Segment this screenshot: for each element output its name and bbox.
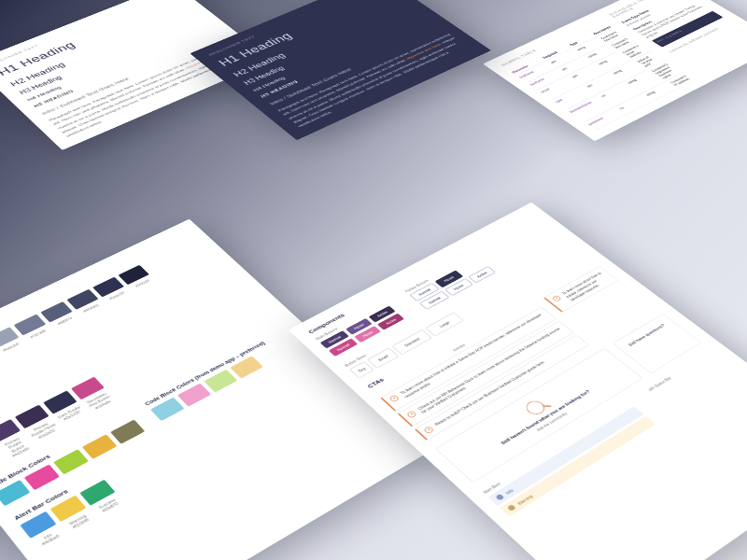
alert-colors-title: Alert Bar Colors <box>13 353 322 522</box>
paragraph-sample: Paragraph text here. Paragraph text here… <box>276 33 472 129</box>
swatch-label: #737a95 <box>25 327 51 341</box>
color-swatch <box>177 384 211 407</box>
components-panel: Components Main Buttons Normal Hover Act… <box>289 203 747 560</box>
size-button-standard[interactable]: Standard <box>391 329 432 356</box>
text-swatches <box>0 264 232 421</box>
parameter-table: Parameter Required Type Description firs… <box>509 24 695 130</box>
secondary-button-normal[interactable]: Normal <box>329 338 358 357</box>
hollow-button-hover-2[interactable]: Hover <box>444 278 472 296</box>
color-swatch <box>0 480 30 506</box>
button-sizes-title: Button Sizes <box>344 242 571 367</box>
cta-text: To learn more about how to initiate a Sa… <box>400 312 549 399</box>
swatch-label: #9aa1b5 <box>0 340 24 354</box>
color-swatch <box>0 327 20 348</box>
hollow-button-normal[interactable]: Normal <box>410 283 441 301</box>
swatch-label: Secondary Pink Button#c94a8c <box>83 390 119 415</box>
alert-info-text: Info <box>504 488 514 496</box>
cta-side-text: To learn more about how to initiate, ref… <box>561 271 612 301</box>
gray-swatches <box>0 239 204 390</box>
desc-text: Description: A customer was created. Tim… <box>637 2 711 39</box>
hollow-buttons-title: Hollow Buttons <box>404 254 476 293</box>
primary-button-normal[interactable]: Normal <box>320 330 349 348</box>
size-button-tiny[interactable]: Tiny <box>349 361 374 379</box>
warning-icon <box>507 504 516 511</box>
hollow-button-normal-2[interactable]: Normal <box>419 291 450 310</box>
paragraph-a: Paragraph text here. Paragraph text here… <box>277 33 451 116</box>
col-description: Description <box>592 25 612 35</box>
size-button-large[interactable]: Large <box>425 312 464 336</box>
hollow-button-hover[interactable]: Hover <box>435 271 463 288</box>
components-title: Components <box>307 213 535 334</box>
tables-panel: NORMAL TABLE Parameter Required Type Des… <box>483 0 747 141</box>
alert-warn-text: Warning <box>515 494 533 506</box>
color-swatch <box>150 398 185 422</box>
typography-panel-dark: PRELOADER TEXT H1 Heading H2 Heading H3 … <box>190 0 491 140</box>
swatch-label: #585f7a <box>52 314 78 328</box>
code-pref-title: Code Block Colors (from demo app – prefe… <box>144 341 266 406</box>
text-colors-title: Text Colors <box>0 258 218 406</box>
grays-title: UI Gray Shades <box>0 232 191 375</box>
breadcrumb: customers.list_verification_documents <box>668 21 733 53</box>
main-buttons-title: Main Buttons <box>315 301 387 341</box>
primary-button-active[interactable]: Active <box>369 306 396 323</box>
preloader-label: PRELOADER TEXT <box>208 0 379 56</box>
preloader-label: PRELOADER TEXT <box>0 0 171 65</box>
primary-button-hover[interactable]: Hover <box>345 318 373 335</box>
swatch-label: #1f2239 <box>130 276 154 289</box>
table-title-expandable: EXPANDABLE TABLE – CODE EXAMPLE <box>608 0 676 18</box>
info-icon <box>495 494 504 501</box>
color-swatch <box>40 301 72 323</box>
notfound-side-card[interactable]: Still have questions? <box>613 314 702 374</box>
bulb-icon <box>405 410 417 418</box>
ctas-title: CTAs <box>366 259 597 389</box>
color-swatch <box>71 377 105 400</box>
color-swatch <box>230 356 263 378</box>
bulb-icon <box>551 295 562 302</box>
color-swatch <box>118 265 149 286</box>
notfound-side-text: Still have questions? <box>627 323 667 348</box>
ctas-subtitle: Articles <box>374 302 539 396</box>
color-swatch <box>66 289 98 310</box>
col-type: Type <box>569 35 590 46</box>
swatch-label: #404661 <box>78 301 104 315</box>
size-button-small[interactable]: Small <box>367 348 399 369</box>
secondary-button-hover[interactable]: Hover <box>354 326 381 343</box>
swatch-label: #2e3150 <box>105 289 130 302</box>
bulb-icon <box>423 426 435 434</box>
code-snippet: POST /customers... <box>652 11 724 48</box>
bulb-icon <box>388 395 400 403</box>
secondary-button-active[interactable]: Active <box>377 314 404 330</box>
api-status-title: API Status Bar <box>647 349 715 392</box>
hollow-button-active-2[interactable]: Active <box>468 266 496 284</box>
cta-side[interactable]: To learn more about how to initiate, ref… <box>543 266 619 313</box>
color-swatch <box>92 277 124 298</box>
color-swatch <box>204 370 237 393</box>
color-swatch <box>14 315 47 336</box>
